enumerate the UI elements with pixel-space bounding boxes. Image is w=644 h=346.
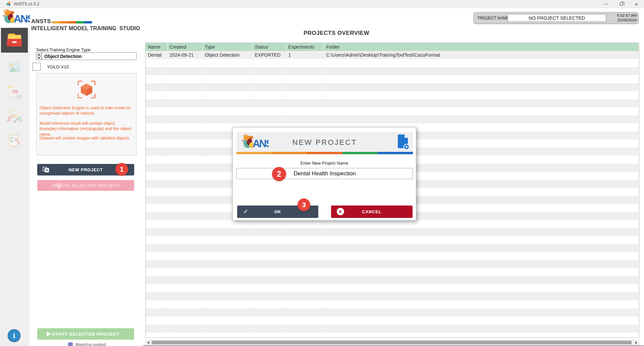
cell-created[interactable]: 2024-09-21: [167, 51, 202, 59]
cell-type[interactable]: Object Detection: [202, 51, 252, 59]
svg-text:★: ★: [17, 110, 20, 114]
cell-experiments: [286, 107, 324, 115]
table-row-empty: [146, 300, 639, 308]
table-header-row[interactable]: NameCreatedTypeStatusExperimentsFolder: [146, 43, 639, 51]
spinner-up-icon[interactable]: [36, 52, 42, 56]
cell-name: [146, 196, 167, 204]
sidebar-item-evaluation[interactable]: ★ ★ ★: [1, 104, 28, 128]
cell-name: [146, 244, 167, 252]
cell-name: [146, 67, 167, 75]
table-row-empty: [146, 115, 639, 123]
cell-created: [167, 196, 202, 204]
delete-project-button[interactable]: DELETE SELECTED PROJECT: [37, 180, 134, 191]
info-button[interactable]: i: [8, 329, 20, 342]
yolo-checkbox[interactable]: [33, 63, 41, 71]
cell-created: [167, 236, 202, 244]
sidebar-item-training[interactable]: [1, 80, 28, 104]
cell-name: [146, 156, 167, 164]
start-project-label: START SELECTED PROJECT: [52, 332, 119, 337]
spinner-down-icon[interactable]: [36, 56, 42, 60]
table-row-empty: [146, 99, 639, 107]
cell-name: [146, 284, 167, 292]
engine-description-1: Object Detection Engine is used to train…: [40, 105, 133, 116]
cell-type: [202, 75, 252, 83]
cell-experiments: [286, 244, 324, 252]
dialog-title: NEW PROJECT: [236, 138, 413, 147]
cell-name: [146, 188, 167, 196]
column-header-experiments[interactable]: Experiments: [286, 43, 324, 51]
cell-folder: [324, 268, 639, 276]
cell-folder[interactable]: C:\Users\Admin\Desktop\TrainingToolTest\…: [324, 51, 639, 59]
cell-created: [167, 204, 202, 212]
cell-experiments[interactable]: 1: [286, 51, 324, 59]
play-icon: [47, 331, 51, 337]
sidebar-item-projects[interactable]: [1, 28, 28, 53]
table-row-empty: [146, 333, 639, 338]
table-row-project[interactable]: Dental2024-09-21Object DetectionEXPORTED…: [146, 51, 639, 59]
table-row-empty: [146, 83, 639, 91]
engine-type-input[interactable]: Object Detection: [42, 52, 137, 60]
cell-experiments: [286, 59, 324, 67]
cell-name: [146, 91, 167, 99]
cell-name: [146, 276, 167, 284]
cell-type: [202, 316, 252, 325]
cell-name: [146, 180, 167, 188]
step-badge-2: 2: [272, 167, 286, 181]
cell-created: [167, 292, 202, 300]
column-header-type[interactable]: Type: [202, 43, 252, 51]
cell-folder: [324, 244, 639, 252]
column-header-status[interactable]: Status: [252, 43, 286, 51]
cell-type: [202, 276, 252, 284]
restore-button[interactable]: [614, 0, 629, 8]
cell-name: [146, 212, 167, 220]
window-title: ANSTS v1.0.2: [14, 2, 39, 6]
table-row-empty: [146, 67, 639, 75]
engine-type-spinner[interactable]: [36, 52, 42, 60]
cell-status: [252, 292, 286, 300]
new-project-dialog: NEW PROJECT Enter New Project Name Denta…: [232, 127, 416, 221]
cell-created: [167, 308, 202, 316]
table-row-empty: [146, 292, 639, 300]
sidebar-item-report[interactable]: [1, 128, 28, 152]
cell-created: [167, 59, 202, 67]
scrollbar-thumb[interactable]: [152, 341, 632, 344]
cell-experiments: [286, 83, 324, 91]
cell-status[interactable]: EXPORTED: [252, 51, 286, 59]
project-name-input[interactable]: Dental Health Inspection: [236, 168, 413, 179]
object-detection-cube-icon: [77, 80, 96, 99]
cell-folder: [324, 316, 639, 325]
cell-created: [167, 99, 202, 107]
cell-experiments: [286, 284, 324, 292]
cell-name: [146, 99, 167, 107]
cell-status: [252, 252, 286, 260]
horizontal-scrollbar[interactable]: [145, 340, 639, 345]
cell-created: [167, 75, 202, 83]
cell-created: [167, 220, 202, 228]
column-header-created[interactable]: Created: [167, 43, 202, 51]
notification-toast: Meeting ended: [68, 342, 142, 346]
cell-type: [202, 300, 252, 308]
cell-name: [146, 131, 167, 139]
yolo-checkbox-label: YOLO V10: [47, 64, 69, 69]
app-icon: [6, 1, 11, 6]
scroll-right-icon[interactable]: [634, 340, 639, 345]
cell-experiments: [286, 115, 324, 123]
cell-name[interactable]: Dental: [146, 51, 167, 59]
accent-bar-segment: [60, 21, 68, 23]
brand-accent-bar: [52, 21, 92, 23]
cancel-button[interactable]: ✕ CANCEL: [331, 206, 413, 218]
cell-created: [167, 172, 202, 180]
sidebar-divider: [30, 28, 30, 346]
column-header-folder[interactable]: Folder: [324, 43, 639, 51]
cell-type: [202, 333, 252, 338]
close-button[interactable]: ×: [629, 0, 644, 8]
start-project-button[interactable]: START SELECTED PROJECT: [37, 328, 134, 340]
cell-type: [202, 59, 252, 67]
table-row-empty: [146, 284, 639, 292]
minimize-button[interactable]: [599, 0, 614, 8]
cell-type: [202, 91, 252, 99]
scroll-left-icon[interactable]: [146, 340, 151, 345]
delete-project-label: DELETE SELECTED PROJECT: [52, 183, 120, 188]
sidebar-item-dataset[interactable]: [1, 56, 28, 80]
column-header-name[interactable]: Name: [146, 43, 167, 51]
